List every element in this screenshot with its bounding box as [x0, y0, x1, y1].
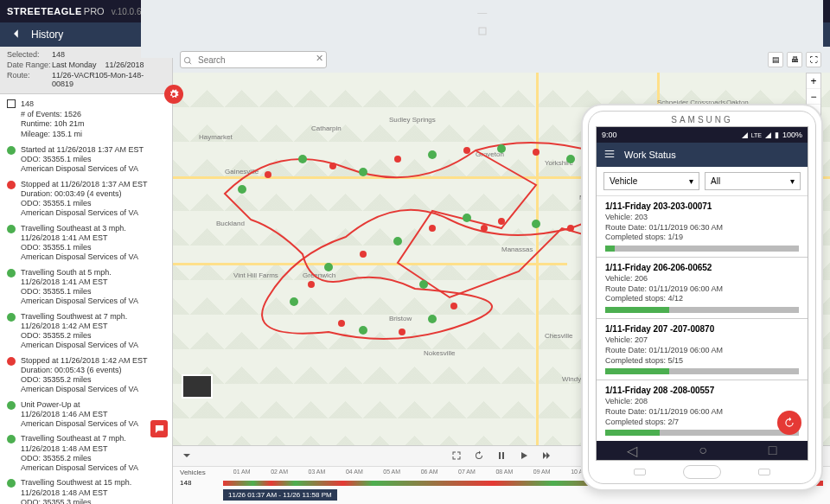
event-body: Stopped at 11/26/2018 1:42 AM ESTDuratio…: [21, 356, 148, 395]
svg-point-6: [497, 144, 506, 153]
satellite-toggle[interactable]: [182, 374, 213, 399]
event-item[interactable]: Started at 11/26/2018 1:37 AM ESTODO: 35…: [7, 145, 165, 175]
ffwd-button[interactable]: [541, 450, 552, 463]
daterange-value: Last Monday: [52, 61, 97, 69]
reset-icon[interactable]: [474, 450, 484, 463]
svg-rect-0: [479, 28, 486, 35]
job-date: Route Date: 01/11/2019 06:00 AM: [605, 407, 799, 418]
search-input[interactable]: [180, 51, 327, 68]
job-date: Route Date: 01/11/2019 06:00 AM: [605, 346, 799, 356]
job-item[interactable]: 1/11-Friday 206-206-00652Vehicle: 206Rou…: [597, 258, 808, 319]
summary-id: 148: [21, 99, 34, 110]
fullscreen-icon[interactable]: [451, 450, 462, 463]
event-item[interactable]: Travelling Southwest at 7 mph.11/26/2018…: [7, 312, 165, 351]
moving-icon: [7, 269, 16, 278]
job-progress: [605, 246, 799, 252]
event-item[interactable]: Travelling Southwest at 15 mph.11/26/201…: [7, 478, 165, 504]
svg-point-7: [566, 155, 575, 163]
chat-fab[interactable]: [150, 420, 168, 437]
svg-point-23: [533, 149, 540, 156]
selected-value: 148: [52, 50, 65, 59]
vehicle-filter[interactable]: Vehicle▾: [603, 172, 699, 190]
moving-icon: [7, 479, 16, 488]
nav-recent-icon[interactable]: □: [769, 443, 777, 458]
svg-point-29: [498, 218, 505, 225]
event-item[interactable]: Stopped at 11/26/2018 1:42 AM ESTDuratio…: [7, 356, 165, 395]
job-vehicle: Vehicle: 207: [605, 335, 799, 346]
nav-home-icon[interactable]: ○: [699, 443, 707, 458]
event-item[interactable]: Travelling Southeast at 3 mph.11/26/2018…: [7, 224, 165, 263]
android-nav-bar: ◁ ○ □: [597, 441, 808, 460]
svg-point-3: [298, 155, 307, 163]
svg-point-19: [265, 171, 271, 178]
zoom-in-button[interactable]: +: [807, 73, 820, 89]
job-item[interactable]: 1/11-Friday 203-203-00071Vehicle: 203Rou…: [597, 196, 808, 258]
map-print-icon[interactable]: 🖶: [787, 52, 802, 67]
event-body: Travelling Southeast at 3 mph.11/26/2018…: [21, 224, 138, 263]
map-fullscreen-icon[interactable]: ⛶: [806, 52, 821, 67]
brand-suffix: PRO: [84, 6, 105, 16]
map-layers-icon[interactable]: ▤: [768, 52, 783, 67]
event-item[interactable]: Unit Power-Up at11/26/2018 1:46 AM ESTAm…: [7, 400, 165, 430]
job-list[interactable]: 1/11-Friday 203-203-00071Vehicle: 203Rou…: [597, 196, 808, 441]
play-button[interactable]: [519, 450, 529, 463]
vehicles-header: Vehicles: [180, 469, 223, 476]
summary-mileage: Mileage: 135.1 mi: [21, 130, 165, 140]
phone-back-button[interactable]: [758, 469, 770, 475]
svg-point-12: [463, 214, 471, 222]
settings-fab[interactable]: [164, 85, 183, 104]
event-item[interactable]: Stopped at 11/26/2018 1:37 AM ESTDuratio…: [7, 180, 165, 219]
route-label: Route:: [7, 71, 52, 88]
expand-timeline-icon[interactable]: [182, 450, 192, 463]
status-filter[interactable]: All▾: [705, 172, 801, 190]
hour-label: 06 AM: [411, 469, 448, 476]
refresh-fab[interactable]: [777, 411, 801, 435]
event-item[interactable]: Travelling Southeast at 7 mph.11/26/2018…: [7, 434, 165, 473]
minimize-icon[interactable]: —: [477, 7, 487, 17]
stopped-icon: [7, 181, 16, 189]
hour-label: 07 AM: [448, 469, 485, 476]
hour-label: 04 AM: [335, 469, 373, 476]
phone-brand: SAMSUNG: [589, 112, 815, 126]
pause-button[interactable]: [496, 450, 507, 463]
job-vehicle: Vehicle: 208: [605, 397, 799, 407]
svg-point-13: [393, 237, 402, 246]
summary-runtime: Runtime: 10h 21m: [21, 119, 165, 130]
nav-back-icon[interactable]: ◁: [627, 443, 637, 459]
phone-menu-button[interactable]: [634, 469, 646, 475]
battery-pct: 100%: [782, 131, 802, 139]
job-item[interactable]: 1/11-Friday 207 -207-00870Vehicle: 207Ro…: [597, 319, 808, 380]
job-title: 1/11-Friday 206-206-00652: [605, 263, 799, 272]
app-title: Work Status: [624, 150, 676, 160]
stopped-icon: [7, 357, 16, 366]
event-list[interactable]: 148 # of Events: 1526 Runtime: 10h 21m M…: [0, 94, 172, 504]
app-bar: Work Status: [597, 143, 808, 167]
svg-point-14: [324, 263, 333, 271]
job-progress: [605, 430, 799, 436]
zoom-out-button[interactable]: −: [807, 89, 820, 105]
battery-icon: ▮: [775, 131, 779, 139]
svg-point-18: [419, 280, 428, 289]
clear-search-icon[interactable]: ✕: [316, 53, 323, 64]
job-title: 1/11-Friday 208 -208-00557: [605, 386, 799, 395]
timeline-range: 11/26 01:37 AM - 11/26 11:58 PM: [223, 489, 337, 501]
moving-icon: [7, 146, 16, 155]
signal-icon: ◢: [742, 131, 748, 139]
back-button[interactable]: [10, 28, 22, 42]
moving-icon: [7, 401, 16, 410]
phone-home-button[interactable]: [683, 465, 721, 479]
maximize-icon[interactable]: [477, 26, 488, 38]
job-progress: [605, 307, 799, 313]
svg-point-20: [329, 163, 336, 169]
hour-label: 02 AM: [260, 469, 297, 476]
selected-label: Selected:: [7, 50, 52, 59]
event-item[interactable]: Travelling South at 5 mph.11/26/2018 1:4…: [7, 268, 165, 307]
hamburger-icon[interactable]: [603, 148, 616, 162]
summary-events: # of Events: 1526: [21, 110, 165, 120]
svg-point-1: [184, 57, 189, 62]
job-progress: [605, 368, 799, 374]
map-tool-icons: ▤ 🖶 ⛶: [768, 52, 821, 67]
checkbox-icon[interactable]: [7, 99, 16, 108]
job-item[interactable]: 1/11-Friday 208 -208-00557Vehicle: 208Ro…: [597, 380, 808, 441]
hour-label: 08 AM: [486, 469, 523, 476]
